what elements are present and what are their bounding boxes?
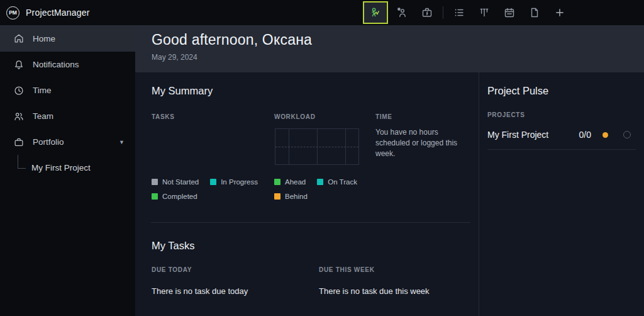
tree-connector <box>18 155 26 169</box>
workload-chart-grid <box>275 128 359 165</box>
main-toolbar <box>363 0 572 25</box>
top-bar: PM ProjectManager <box>0 0 644 25</box>
greeting-title: Good afternoon, Оксана <box>152 31 644 48</box>
pulse-row-divider <box>487 149 636 150</box>
project-task-ratio: 0/0 <box>579 130 591 140</box>
workload-legend: Ahead On Track Behind <box>274 178 394 207</box>
sidebar-item-team[interactable]: Team <box>0 103 135 129</box>
sidebar-item-label: Time <box>33 86 52 95</box>
legend-item: Ahead <box>274 178 306 186</box>
sidebar-child-label: My First Project <box>31 163 91 172</box>
chevron-down-icon[interactable]: ▼ <box>119 139 125 145</box>
time-empty-message: You have no hours scheduled or logged th… <box>375 127 470 159</box>
main-content: My Summary TASKS WORKLOAD TIME You have … <box>135 72 644 316</box>
toolbar-divider <box>443 6 443 19</box>
app-title: ProjectManager <box>26 8 90 18</box>
legend-item: Not Started <box>152 178 199 186</box>
legend-label: Behind <box>285 193 308 200</box>
project-name-link[interactable]: My First Project <box>487 130 579 140</box>
project-status-ring-icon <box>623 131 631 138</box>
gantt-view-icon[interactable] <box>477 1 492 24</box>
my-summary-title: My Summary <box>152 85 213 97</box>
team-icon <box>13 111 25 122</box>
due-this-week-label: DUE THIS WEEK <box>319 266 375 273</box>
panel-divider <box>479 72 479 316</box>
bell-icon <box>13 59 25 71</box>
portfolio-tools-icon[interactable] <box>419 1 435 24</box>
briefcase-icon <box>13 137 25 148</box>
legend-label: On Track <box>328 178 357 186</box>
app-window: PM ProjectManager <box>0 0 644 316</box>
project-health-dot <box>602 132 608 138</box>
legend-item: In Progress <box>210 178 258 186</box>
not-started-swatch <box>152 179 158 185</box>
sidebar-item-notifications[interactable]: Notifications <box>0 52 135 77</box>
legend-item: Behind <box>274 193 308 200</box>
logo-text: PM <box>9 9 17 16</box>
completed-swatch <box>152 193 158 200</box>
calendar-view-icon[interactable] <box>502 1 517 24</box>
document-icon[interactable] <box>527 1 542 24</box>
current-date: May 29, 2024 <box>152 53 644 62</box>
ahead-swatch <box>274 179 280 185</box>
sidebar-item-label: Home <box>33 34 55 43</box>
on-track-swatch <box>317 179 323 185</box>
my-work-icon[interactable] <box>363 1 388 24</box>
legend-item: On Track <box>317 178 357 186</box>
sidebar-item-my-first-project[interactable]: My First Project <box>0 155 135 180</box>
projects-label: PROJECTS <box>487 111 525 118</box>
workload-column-label: WORKLOAD <box>274 113 316 120</box>
clock-icon <box>13 85 25 96</box>
sidebar-item-label: Team <box>33 111 53 121</box>
time-column-label: TIME <box>375 113 392 120</box>
legend-label: In Progress <box>221 178 258 186</box>
tasks-column-label: TASKS <box>152 113 175 120</box>
due-today-empty-message: There is no task due today <box>152 286 248 296</box>
legend-item: Completed <box>152 193 197 200</box>
sidebar-item-portfolio[interactable]: Portfolio ▼ <box>0 129 135 155</box>
due-this-week-empty-message: There is no task due this week <box>319 286 430 296</box>
sidebar-item-time[interactable]: Time <box>0 77 135 103</box>
sidebar-item-label: Notifications <box>33 60 79 69</box>
legend-label: Completed <box>162 193 197 200</box>
project-pulse-row[interactable]: My First Project 0/0 <box>487 127 636 143</box>
sidebar-item-home[interactable]: Home <box>0 25 135 52</box>
sidebar-item-label: Portfolio <box>33 137 64 147</box>
behind-swatch <box>274 193 280 200</box>
add-icon[interactable] <box>552 1 567 24</box>
my-tasks-title: My Tasks <box>152 240 194 252</box>
list-view-icon[interactable] <box>452 1 467 24</box>
in-progress-swatch <box>210 179 216 185</box>
legend-label: Not Started <box>162 178 199 186</box>
sidebar: Home Notifications Time <box>0 25 135 316</box>
tasks-legend: Not Started In Progress Completed <box>152 178 271 207</box>
legend-label: Ahead <box>285 178 306 186</box>
app-logo: PM <box>6 6 19 20</box>
brand: PM ProjectManager <box>6 0 90 25</box>
page-header: Good afternoon, Оксана May 29, 2024 <box>135 25 644 72</box>
project-pulse-title: Project Pulse <box>487 85 548 97</box>
due-today-label: DUE TODAY <box>152 266 192 273</box>
section-divider <box>151 222 470 223</box>
manage-people-icon[interactable] <box>394 1 409 24</box>
home-icon <box>13 33 25 44</box>
